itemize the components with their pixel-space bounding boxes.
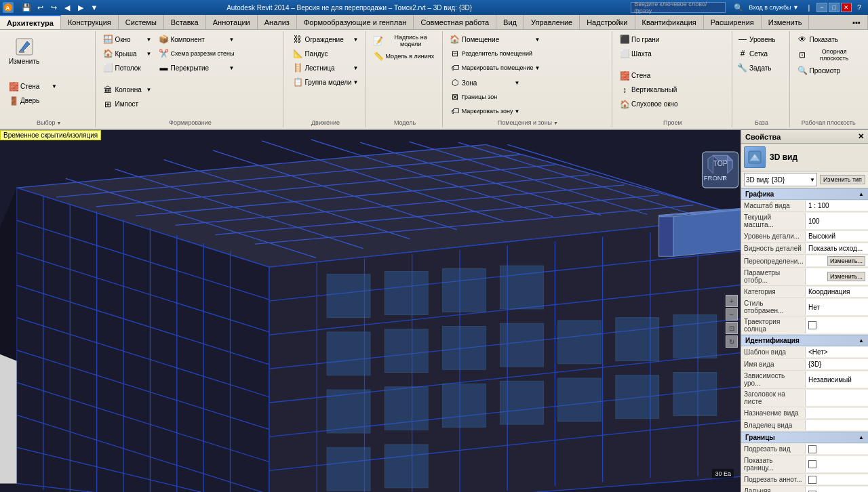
tab-quantification[interactable]: Квантификация xyxy=(635,15,704,29)
ceiling-btn[interactable]: ⬜ Потолок xyxy=(100,61,154,75)
group-select-label[interactable]: Выбор ▼ xyxy=(37,119,62,126)
sheet-title-value[interactable] xyxy=(806,390,868,406)
roof-dropdown[interactable]: ▼ xyxy=(146,51,152,57)
close-btn[interactable]: ✕ xyxy=(841,3,852,12)
overrides-btn[interactable]: Изменить... xyxy=(827,256,865,266)
group-rooms-label[interactable]: Помещения и зоны ▼ xyxy=(498,119,558,126)
section-graphics[interactable]: Графика ▲ xyxy=(741,188,868,200)
display-style-value[interactable]: Нет xyxy=(806,299,868,315)
help-btn[interactable]: ? xyxy=(853,1,865,14)
properties-scroll[interactable]: Графика ▲ Масштаб вида 1 : 100 Текущий м… xyxy=(741,188,868,492)
impost-btn[interactable]: ⊞ Импост xyxy=(100,98,154,111)
scale-value[interactable]: 1 : 100 xyxy=(806,201,868,211)
level-btn[interactable]: — Уровень xyxy=(734,33,789,46)
door-btn[interactable]: 🚪 Дверь xyxy=(5,94,60,108)
category-value[interactable]: Координация xyxy=(806,287,868,297)
login-btn[interactable]: Вход в службы ▼ xyxy=(746,1,802,14)
railing-btn[interactable]: ⛓ Ограждение ▼ xyxy=(290,33,361,46)
modify-btn[interactable]: Изменить xyxy=(5,33,43,68)
view-purpose-value[interactable] xyxy=(806,408,868,418)
type-dropdown[interactable]: 3D вид: {3D} ▼ xyxy=(744,173,817,186)
show-crop-checkbox[interactable] xyxy=(808,460,816,468)
sun-path-checkbox[interactable] xyxy=(808,321,816,329)
tab-systems[interactable]: Системы xyxy=(119,15,164,29)
group-model-label[interactable]: Модель xyxy=(394,119,416,126)
section-extents[interactable]: Границы ▲ xyxy=(741,432,868,443)
view-owner-value[interactable] xyxy=(806,420,868,430)
model-group-btn[interactable]: 📋 Группа модели ▼ xyxy=(290,75,361,89)
tab-extensions[interactable]: Расширения xyxy=(704,15,762,29)
rotate-btn[interactable]: ↻ xyxy=(726,335,738,348)
set-btn[interactable]: 🔧 Задать xyxy=(734,61,789,75)
section-identification[interactable]: Идентификация ▲ xyxy=(741,335,868,346)
wall-dropdown[interactable]: ▼ xyxy=(52,83,57,89)
col-dropdown[interactable]: ▼ xyxy=(146,87,152,93)
text-note-btn[interactable]: 📝 Надпись на модели xyxy=(370,33,439,49)
preview-btn[interactable]: 🔍 Просмотр xyxy=(794,64,863,77)
window-dropdown[interactable]: ▼ xyxy=(146,37,152,43)
roof-btn[interactable]: 🏠 Крыша ▼ xyxy=(100,47,154,60)
tab-view[interactable]: Вид xyxy=(496,15,524,29)
room-tag-btn[interactable]: 🏷 Маркировать помещение ▼ xyxy=(447,61,543,75)
zone-tag-btn[interactable]: 🏷 Маркировать зону ▼ xyxy=(447,104,523,118)
by-face-btn[interactable]: ⬛ По грани xyxy=(616,33,671,46)
tab-collaborate[interactable]: Совместная работа xyxy=(414,15,496,29)
vertical-btn[interactable]: ↕ Вертикальный xyxy=(616,83,681,97)
room-sep-btn[interactable]: ⊟ Разделитель помещений xyxy=(447,47,543,60)
comp-dropdown[interactable]: ▼ xyxy=(229,37,235,43)
tab-modify[interactable]: Изменить xyxy=(762,15,810,29)
dormer-btn[interactable]: 🏠 Слуховое окно xyxy=(616,98,681,111)
maximize-btn[interactable]: □ xyxy=(829,3,840,12)
ref-plane-btn[interactable]: ⊡ Опорная плоскость xyxy=(794,47,863,63)
zone-btn[interactable]: ⬡ Зона ▼ xyxy=(447,76,523,89)
change-type-btn[interactable]: Изменить тип xyxy=(820,175,865,184)
group-form-label[interactable]: Формирование xyxy=(169,119,212,126)
qat-undo[interactable]: ↩ xyxy=(34,1,46,14)
floor-dropdown[interactable]: ▼ xyxy=(229,65,235,71)
tab-massing[interactable]: Формообразующие и генплан xyxy=(297,15,414,29)
view-name-value[interactable]: {3D} xyxy=(806,359,868,369)
column-btn[interactable]: 🏛 Колонна ▼ xyxy=(100,83,154,97)
display-params-btn[interactable]: Изменить... xyxy=(827,272,865,281)
qat-save[interactable]: 💾 xyxy=(20,1,33,14)
detail-level-value[interactable]: Высокий xyxy=(806,231,868,241)
tab-architecture[interactable]: Архитектура xyxy=(0,15,61,29)
stair-btn[interactable]: 🪜 Лестница ▼ xyxy=(290,61,361,75)
floor-btn[interactable]: ▬ Перекрытие ▼ xyxy=(155,61,237,75)
qat-settings[interactable]: ▼ xyxy=(88,1,100,14)
search-icon[interactable]: 🔍 xyxy=(732,1,745,14)
tab-analysis[interactable]: Анализ xyxy=(258,15,297,29)
ramp-btn[interactable]: 📐 Пандус xyxy=(290,47,361,60)
viewport[interactable]: Временное скрытие/изоляция xyxy=(0,130,741,492)
component-btn[interactable]: 📦 Компонент ▼ xyxy=(155,33,237,46)
qat-fwd[interactable]: ▶ xyxy=(75,1,87,14)
zoom-out-btn[interactable]: − xyxy=(726,308,738,321)
wall-opening-btn[interactable]: 🧱 Стена xyxy=(616,69,681,83)
tab-annotations[interactable]: Аннотации xyxy=(206,15,258,29)
window-btn[interactable]: 🪟 Окно ▼ xyxy=(100,33,154,46)
wall-btn[interactable]: 🧱 Стена ▼ xyxy=(5,80,60,94)
shaft-btn[interactable]: ⬜ Шахта xyxy=(616,47,671,60)
show-workplane-btn[interactable]: 👁 Показать xyxy=(794,33,863,46)
minimize-btn[interactable]: − xyxy=(816,3,827,12)
group-base-label[interactable]: База xyxy=(755,119,768,126)
grid-btn[interactable]: # Сетка xyxy=(734,47,789,60)
view-template-value[interactable]: <Нет> xyxy=(806,347,868,357)
tab-insert[interactable]: Вставка xyxy=(164,15,206,29)
crop-view-checkbox[interactable] xyxy=(808,445,816,453)
tab-addins[interactable]: Надстройки xyxy=(580,15,635,29)
fit-btn[interactable]: ⊡ xyxy=(726,322,738,334)
group-workplane-label[interactable]: Рабочая плоскость xyxy=(802,119,856,126)
group-movement-label[interactable]: Движение xyxy=(311,119,340,126)
tab-manage[interactable]: Управление xyxy=(524,15,580,29)
crop-annot-checkbox[interactable] xyxy=(808,476,816,484)
qat-redo[interactable]: ↪ xyxy=(47,1,60,14)
room-btn[interactable]: 🏠 Помещение ▼ xyxy=(447,33,543,46)
properties-close[interactable]: ✕ xyxy=(858,132,864,141)
visibility-value[interactable]: Показать исход... xyxy=(806,243,868,253)
cut-scheme-btn[interactable]: ✂️ Схема разрезки стены xyxy=(155,47,237,60)
zoom-in-btn[interactable]: + xyxy=(726,295,738,307)
qat-back[interactable]: ◀ xyxy=(61,1,73,14)
model-line-btn[interactable]: 📏 Модель в линиях xyxy=(370,49,439,63)
tab-options[interactable]: ▪▪▪ xyxy=(846,15,868,29)
